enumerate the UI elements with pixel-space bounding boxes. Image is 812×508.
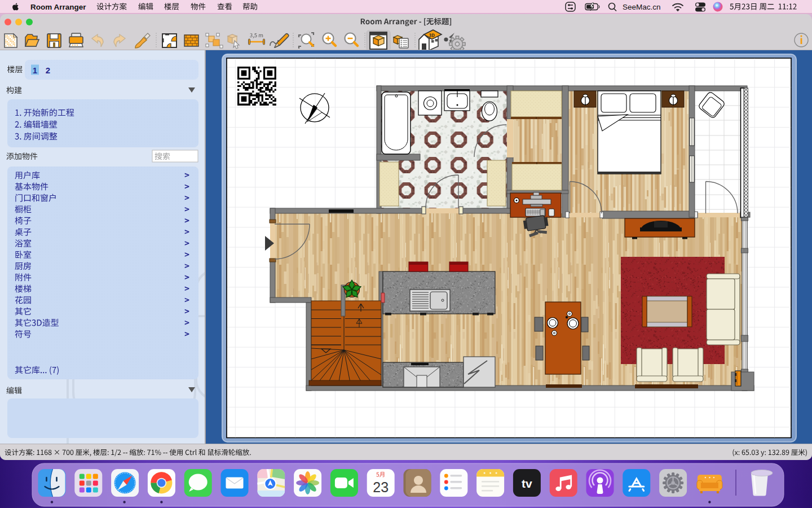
svg-text:1: 1 xyxy=(33,65,37,75)
svg-text:tv: tv xyxy=(522,477,532,490)
svg-text:SeeMac.cn: SeeMac.cn xyxy=(623,3,661,11)
svg-text:Room Arranger: Room Arranger xyxy=(30,3,86,11)
svg-text:2: 2 xyxy=(46,65,50,75)
svg-text:23: 23 xyxy=(373,479,389,495)
